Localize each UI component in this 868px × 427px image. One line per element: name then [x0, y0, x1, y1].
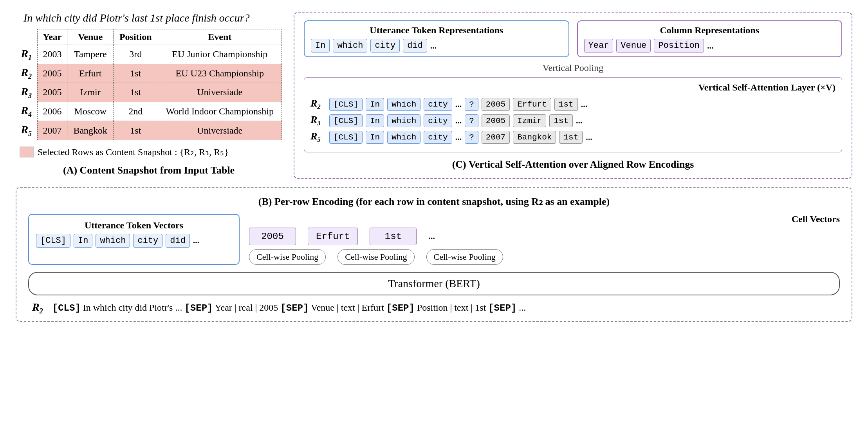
seq-cls: [CLS]	[52, 303, 81, 313]
cell-val-2005: 2005	[249, 228, 296, 245]
seq-year-part: Year | real | 2005	[215, 302, 281, 313]
vsa-venue-r2: Erfurt	[513, 98, 551, 111]
col-position: Position	[114, 29, 158, 45]
row-label-r5: R5	[16, 121, 37, 140]
table-row: R4 2006 Moscow 2nd World Indoor Champion…	[16, 102, 282, 121]
col-token-venue: Venue	[616, 39, 651, 52]
token-city: city	[370, 39, 400, 52]
panel-b-inner: Utterance Token Vectors [CLS] In which c…	[28, 214, 840, 265]
panel-a-caption: (A) Content Snapshot from Input Table	[16, 165, 282, 176]
cell-val-1st: 1st	[370, 228, 417, 245]
cell-r1-venue: Tampere	[67, 45, 114, 64]
input-table: Year Venue Position Event R1 2003 Tamper…	[16, 29, 282, 140]
cell-r3-position: 1st	[114, 83, 158, 102]
panel-c-caption: (C) Vertical Self-Attention over Aligned…	[304, 159, 842, 170]
cell-values-row: 2005 Erfurt 1st ...	[249, 228, 840, 245]
cell-r3-event: Universiade	[158, 83, 282, 102]
cell-r5-venue: Bangkok	[67, 121, 114, 140]
token-did: did	[403, 39, 427, 52]
vsa-qmark-r5: ?	[465, 131, 478, 144]
cell-r4-venue: Moscow	[67, 102, 114, 121]
cell-r4-position: 2nd	[114, 102, 158, 121]
table-row: R1 2003 Tampere 3rd EU Junior Championsh…	[16, 45, 282, 64]
vsa-which-r3: which	[387, 114, 420, 127]
table-row: R3 2005 Izmir 1st Universiade	[16, 83, 282, 102]
seq-end: ...	[519, 302, 526, 313]
cell-val-ellipsis: ...	[428, 231, 435, 241]
vsa-venue-r3: Izmir	[513, 114, 546, 127]
seq-pos-part: Position | text | 1st	[417, 302, 488, 313]
utterance-vec-title: Utterance Token Vectors	[36, 220, 232, 231]
vsa-row-r2: R2 [CLS] In which city ... ? 2005 Erfurt…	[310, 98, 836, 111]
cell-r4-event: World Indoor Championship	[158, 102, 282, 121]
cell-r1-year: 2003	[37, 45, 67, 64]
col-year: Year	[37, 29, 67, 45]
vec-did: did	[166, 234, 190, 248]
row-label-r2: R2	[16, 64, 37, 83]
vec-cls: [CLS]	[36, 234, 70, 248]
vsa-city-r2: city	[424, 98, 452, 111]
col-venue: Venue	[67, 29, 114, 45]
top-section: In which city did Piotr's last 1st place…	[16, 12, 852, 179]
cell-r3-year: 2005	[37, 83, 67, 102]
input-sequence-row: R2 [CLS] In which city did Piotr's ... […	[28, 301, 840, 315]
seq-text: In which city did Piotr's ...	[83, 302, 185, 313]
legend-box: Selected Rows as Content Snapshot : {R₂,…	[16, 147, 282, 157]
cell-r2-venue: Erfurt	[67, 64, 114, 83]
utterance-token-vectors-box: Utterance Token Vectors [CLS] In which c…	[28, 214, 240, 265]
vsa-ellipsis1-r3: ...	[455, 116, 462, 126]
cell-pooling-row: Cell-wise Pooling Cell-wise Pooling Cell…	[249, 249, 840, 265]
cell-vectors-section: Cell Vectors 2005 Erfurt 1st ... Cell-wi…	[249, 214, 840, 265]
table-header-row: Year Venue Position Event	[16, 29, 282, 45]
question-text: In which city did Piotr's last 1st place…	[16, 12, 282, 24]
column-repr-title: Column Representations	[584, 25, 836, 36]
cell-r2-position: 1st	[114, 64, 158, 83]
vsa-qmark-r3: ?	[465, 114, 478, 127]
legend-text: Selected Rows as Content Snapshot : {R₂,…	[38, 147, 229, 157]
column-repr-tokens: Year Venue Position ...	[584, 39, 836, 52]
vsa-pos-r2: 1st	[554, 98, 578, 111]
col-token-position: Position	[654, 39, 704, 52]
cell-pooling-3: Cell-wise Pooling	[426, 249, 503, 265]
col-token-year: Year	[584, 39, 614, 52]
table-row: R2 2005 Erfurt 1st EU U23 Championship	[16, 64, 282, 83]
cell-r4-year: 2006	[37, 102, 67, 121]
vsa-pos-r5: 1st	[559, 131, 583, 144]
vsa-label-r2: R2	[310, 98, 326, 111]
panel-c: Utterance Token Representations In which…	[294, 12, 852, 179]
vsa-title: Vertical Self-Attention Layer (×V)	[310, 82, 836, 93]
panel-a: In which city did Piotr's last 1st place…	[16, 12, 282, 176]
vsa-cls-r5: [CLS]	[329, 131, 363, 144]
vsa-label-r3: R3	[310, 114, 326, 127]
vertical-pooling-label: Vertical Pooling	[304, 63, 842, 73]
panel-c-top: Utterance Token Representations In which…	[304, 20, 842, 57]
cell-r5-year: 2007	[37, 121, 67, 140]
vsa-which-r5: which	[387, 131, 420, 144]
vsa-pos-r3: 1st	[549, 114, 573, 127]
vsa-city-r5: city	[424, 131, 452, 144]
vsa-ellipsis2-r2: ...	[581, 99, 588, 109]
vsa-year-r5: 2007	[482, 131, 510, 144]
utterance-repr-tokens: In which city did ...	[311, 39, 562, 52]
vec-ellipsis: ...	[193, 235, 200, 246]
vec-which: which	[96, 234, 130, 248]
cell-r2-event: EU U23 Championship	[158, 64, 282, 83]
token-which: which	[333, 39, 367, 52]
row-r2-label: R2	[32, 301, 43, 313]
vsa-venue-r5: Bangkok	[513, 131, 556, 144]
row-label-r3: R3	[16, 83, 37, 102]
table-row: R5 2007 Bangkok 1st Universiade	[16, 121, 282, 140]
row-label-r1: R1	[16, 45, 37, 64]
seq-venue-part: Venue | text | Erfurt	[311, 302, 386, 313]
utterance-vec-tokens: [CLS] In which city did ...	[36, 234, 232, 248]
vsa-row-r3: R3 [CLS] In which city ... ? 2005 Izmir …	[310, 114, 836, 127]
vsa-in-r3: In	[366, 114, 384, 127]
vsa-cls-r3: [CLS]	[329, 114, 363, 127]
vec-in: In	[74, 234, 92, 248]
cell-r5-position: 1st	[114, 121, 158, 140]
column-representations-box: Column Representations Year Venue Positi…	[577, 20, 843, 57]
col-event: Event	[158, 29, 282, 45]
vsa-which-r2: which	[387, 98, 420, 111]
vsa-ellipsis2-r5: ...	[586, 132, 592, 142]
vec-city: city	[133, 234, 162, 248]
